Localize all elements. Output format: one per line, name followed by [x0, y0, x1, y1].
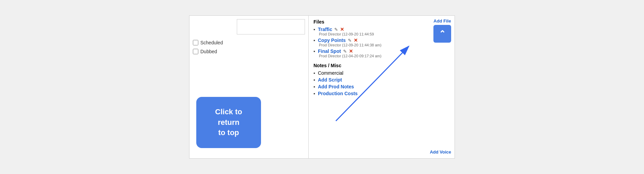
- add-file-button[interactable]: ⌃: [433, 25, 451, 43]
- notes-list: ▪ Commercial ▪ Add Script ▪ Add Prod Not…: [313, 70, 450, 96]
- add-file-area: Add File ⌃: [433, 18, 451, 43]
- file-item-row: ▪ Final Spot ✎ ✕: [313, 48, 450, 54]
- list-item: ▪ Add Script: [313, 77, 450, 83]
- file-meta: Prod Director (12-09-20 11:44:59: [319, 32, 450, 36]
- notes-commercial: Commercial: [318, 70, 343, 76]
- bullet-icon: ▪: [313, 84, 315, 89]
- add-script-link[interactable]: Add Script: [318, 77, 342, 83]
- scheduled-checkbox[interactable]: [193, 40, 198, 45]
- list-item: ▪ Commercial: [313, 70, 450, 76]
- delete-icon[interactable]: ✕: [354, 38, 358, 43]
- bullet-icon: ▪: [313, 77, 315, 83]
- scheduled-row: Scheduled: [193, 40, 305, 45]
- edit-icon[interactable]: ✎: [334, 27, 338, 32]
- production-costs-link[interactable]: Production Costs: [318, 91, 358, 96]
- bullet-icon: ▪: [313, 70, 315, 76]
- delete-icon[interactable]: ✕: [340, 27, 344, 32]
- file-item-row: ▪ Copy Points ✎ ✕: [313, 38, 450, 43]
- list-item: ▪ Copy Points ✎ ✕ Prod Director (12-09-2…: [313, 38, 450, 47]
- top-input[interactable]: [237, 19, 305, 34]
- chevron-up-icon: ⌃: [439, 29, 446, 39]
- file-link-copy-points[interactable]: Copy Points: [318, 38, 346, 43]
- return-to-top-label: Click toreturnto top: [215, 107, 242, 138]
- bullet-icon: ▪: [313, 38, 315, 43]
- return-to-top-button[interactable]: Click toreturnto top: [196, 97, 261, 148]
- file-list: ▪ Traffic ✎ ✕ Prod Director (12-09-20 11…: [313, 27, 450, 58]
- file-link-final-spot[interactable]: Final Spot: [318, 48, 341, 54]
- left-panel: Scheduled Dubbed Click toreturnto top: [189, 16, 309, 158]
- file-meta: Prod Director (12-04-20 09:17:24 am): [319, 54, 450, 58]
- dubbed-row: Dubbed: [193, 49, 305, 54]
- list-item: ▪ Production Costs: [313, 91, 450, 96]
- list-item: ▪ Add Prod Notes: [313, 84, 450, 89]
- files-section: Files ▪ Traffic ✎ ✕ Prod Director (12-09…: [313, 19, 450, 63]
- notes-section: Notes / Misc ▪ Commercial ▪ Add Script ▪…: [313, 63, 450, 98]
- scheduled-label: Scheduled: [200, 40, 223, 45]
- list-item: ▪ Final Spot ✎ ✕ Prod Director (12-04-20…: [313, 48, 450, 58]
- dubbed-checkbox[interactable]: [193, 49, 198, 54]
- bullet-icon: ▪: [313, 48, 315, 54]
- file-meta: Prod Director (12-09-20 11:44:38 am): [319, 43, 450, 47]
- add-file-label[interactable]: Add File: [433, 18, 451, 24]
- right-panel: Add File ⌃ Files ▪ Traffic ✎ ✕ Prod Dire…: [309, 16, 455, 158]
- edit-icon[interactable]: ✎: [348, 38, 352, 43]
- main-container: Scheduled Dubbed Click toreturnto top Ad…: [189, 15, 455, 159]
- add-voice-area: Add Voice: [430, 149, 451, 155]
- file-link-traffic[interactable]: Traffic: [318, 27, 332, 32]
- list-item: ▪ Traffic ✎ ✕ Prod Director (12-09-20 11…: [313, 27, 450, 36]
- notes-section-title: Notes / Misc: [313, 63, 450, 68]
- files-section-title: Files: [313, 19, 450, 25]
- dubbed-label: Dubbed: [200, 49, 217, 54]
- bullet-icon: ▪: [313, 27, 315, 32]
- bullet-icon: ▪: [313, 91, 315, 96]
- delete-icon[interactable]: ✕: [349, 48, 353, 54]
- add-voice-label[interactable]: Add Voice: [430, 149, 451, 155]
- edit-icon[interactable]: ✎: [343, 49, 347, 54]
- file-item-row: ▪ Traffic ✎ ✕: [313, 27, 450, 32]
- add-prod-notes-link[interactable]: Add Prod Notes: [318, 84, 354, 89]
